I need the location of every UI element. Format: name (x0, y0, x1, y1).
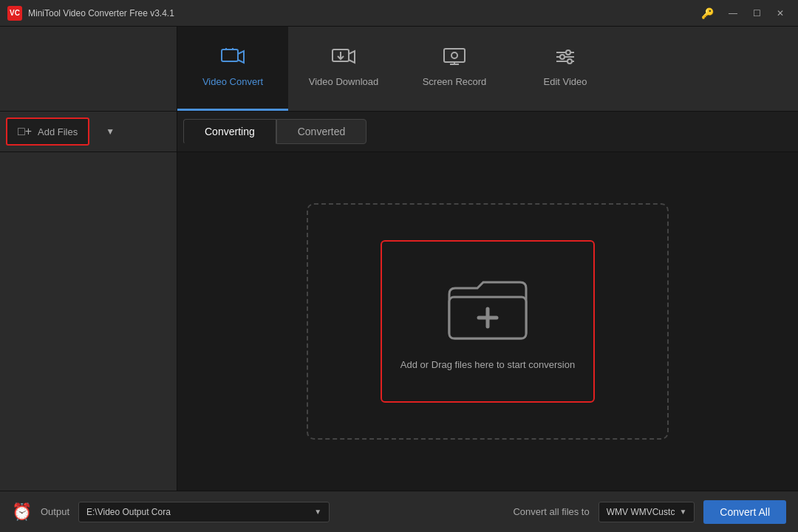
window-controls: — ☐ ✕ (723, 6, 791, 21)
tab-screen-record[interactable]: Screen Record (399, 27, 510, 111)
sub-tab-converting[interactable]: Converting (183, 119, 276, 144)
add-files-label: Add Files (38, 126, 78, 137)
key-icon: 🔑 (701, 7, 714, 19)
sidebar-nav-stub (0, 27, 177, 111)
edit-video-icon (553, 47, 577, 70)
minimize-button[interactable]: — (723, 6, 743, 21)
plus-icon: □+ (18, 125, 32, 138)
titlebar: VC MiniTool Video Converter Free v3.4.1 … (0, 0, 798, 27)
output-path-select[interactable]: E:\Video Output Cora ▼ (78, 502, 330, 522)
tab-edit-video[interactable]: Edit Video (510, 27, 621, 111)
close-button[interactable]: ✕ (770, 6, 791, 21)
add-files-button[interactable]: □+ Add Files (6, 117, 89, 146)
content-area: Add or Drag files here to start conversi… (177, 152, 798, 491)
svg-point-13 (560, 55, 565, 59)
video-download-icon (332, 47, 355, 70)
clock-icon: ⏰ (12, 502, 32, 522)
video-convert-icon (221, 47, 245, 70)
main-area: Add or Drag files here to start conversi… (0, 152, 798, 491)
app-title: MiniTool Video Converter Free v3.4.1 (28, 8, 695, 18)
tab-video-convert[interactable]: Video Convert (177, 27, 288, 111)
format-value: WMV WMVCustc (607, 507, 675, 517)
bottombar: ⏰ Output E:\Video Output Cora ▼ Convert … (0, 491, 798, 532)
tab-screen-record-label: Screen Record (423, 76, 487, 87)
output-path-chevron-icon: ▼ (314, 508, 321, 516)
output-path-value: E:\Video Output Cora (86, 507, 171, 517)
toolbar: □+ Add Files ▼ Converting Converted (0, 112, 798, 152)
format-chevron-icon: ▼ (679, 508, 686, 516)
svg-point-6 (451, 52, 457, 58)
svg-rect-0 (222, 50, 238, 61)
folder-add-icon (443, 273, 532, 347)
convert-all-button[interactable]: Convert All (703, 500, 786, 524)
app-logo: VC (7, 6, 22, 21)
add-files-dropdown-button[interactable]: ▼ (98, 120, 122, 143)
format-select[interactable]: WMV WMVCustc ▼ (598, 502, 695, 522)
tab-video-download[interactable]: Video Download (288, 27, 399, 111)
sidebar (0, 152, 177, 491)
nav-tabs: Video Convert Video Download (177, 27, 621, 111)
maximize-button[interactable]: ☐ (746, 6, 767, 21)
tab-video-convert-label: Video Convert (202, 76, 263, 87)
drop-zone-outer: Add or Drag files here to start conversi… (307, 203, 669, 440)
navbar: Video Convert Video Download (0, 27, 798, 112)
output-label: Output (41, 506, 69, 517)
sub-tabs: Converting Converted (183, 119, 366, 144)
tab-video-download-label: Video Download (309, 76, 378, 87)
sub-tab-converted[interactable]: Converted (276, 119, 367, 144)
toolbar-sidebar-stub: □+ Add Files ▼ (0, 112, 177, 151)
convert-all-files-to-label: Convert all files to (513, 506, 589, 517)
svg-point-14 (567, 59, 572, 64)
drop-zone-inner[interactable]: Add or Drag files here to start conversi… (381, 240, 595, 403)
drop-instruction: Add or Drag files here to start conversi… (400, 359, 575, 370)
screen-record-icon (443, 47, 466, 70)
svg-rect-5 (444, 49, 465, 62)
svg-point-12 (566, 50, 570, 55)
tab-edit-video-label: Edit Video (543, 76, 587, 87)
